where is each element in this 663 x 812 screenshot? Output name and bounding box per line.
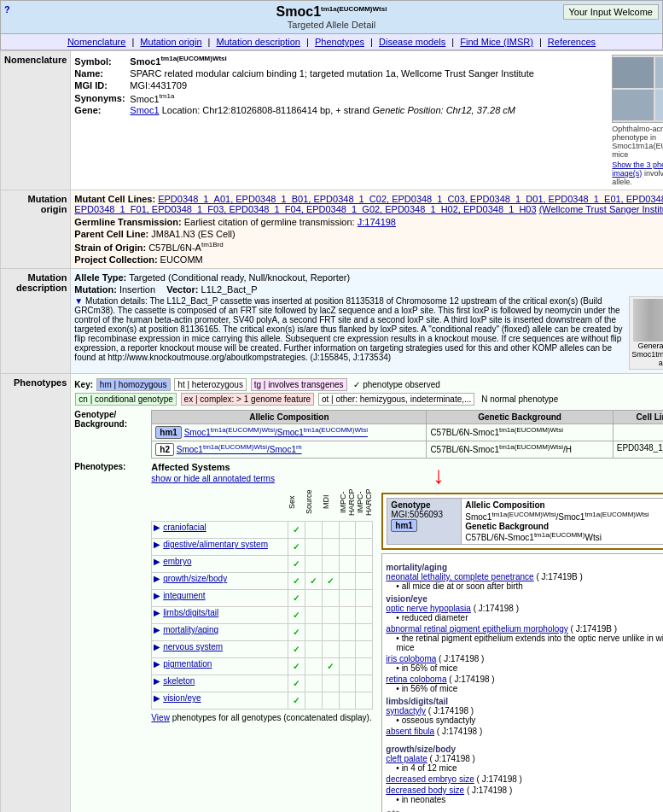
cleft-palate-bullet: • in 4 of 12 mice	[396, 763, 663, 773]
decreased-body-term: decreased body size ( J:174198 )	[386, 786, 663, 795]
pigmentation-link[interactable]: pigmentation	[163, 659, 212, 669]
iris-link[interactable]: iris coloboma	[386, 654, 436, 663]
nav-nomenclature[interactable]: Nomenclature	[67, 37, 125, 47]
growth-link[interactable]: growth/size/body	[163, 574, 227, 583]
phenotypes-section: Phenotypes Key: hm | homozygous ht | het…	[1, 373, 664, 812]
neonatal-link[interactable]: neonatal lethality, complete penetrance	[386, 572, 533, 581]
mgi-value: MGI:4431709	[130, 80, 607, 91]
nervous-link[interactable]: nervous system	[163, 642, 223, 651]
absent-fibula-link[interactable]: absent fibula	[386, 727, 434, 736]
hm1-allele-link[interactable]: Smoc1tm1a(EUCOMM)Wtsi/Smoc1tm1a(EUCOMM)W…	[184, 428, 368, 437]
iris-bullet: • in 56% of mice	[396, 663, 663, 673]
digestive-link[interactable]: digestive/alimentary system	[163, 540, 268, 549]
absent-fibula-term: absent fibula ( J:174198 )	[386, 727, 663, 736]
key-tg: tg | involves transgenes	[251, 378, 347, 391]
craniofacial-link[interactable]: craniofacial	[163, 523, 206, 532]
column-headers: Sex Source MDI IMPC-HARCP IMPC-HARCP	[151, 485, 373, 519]
mutant-cell-lines-label: Mutant Cell Lines:	[74, 194, 155, 204]
nav-phenotypes[interactable]: Phenotypes	[315, 37, 364, 47]
mutation-origin-label: Mutationorigin	[1, 190, 71, 269]
genotype-background-label: Genotype/Background:	[74, 410, 151, 459]
popup-allelic-comp: Allelic Composition Smoc1tm1a(EUCOMM)Wts…	[462, 499, 663, 545]
gene-link[interactable]: Smoc1	[130, 105, 159, 115]
generation-image: Generation of the Smoc1tm1a(EUCOMM)Wtsi …	[629, 296, 663, 370]
allele-type-label: Allele Type:	[74, 272, 126, 283]
popup-table: GenotypeMGI:5056093hm1 Allelic Compositi…	[387, 498, 663, 545]
user-input-badge: Your Input Welcome	[563, 4, 659, 20]
nav-mutation-description[interactable]: Mutation description	[217, 37, 300, 47]
parent-cell-value: JM8A1.N3 (ES Cell)	[151, 229, 235, 239]
system-row-digestive: ▶ digestive/alimentary system ✓	[152, 539, 373, 556]
view-link[interactable]: View	[151, 713, 170, 722]
phenotype-right-panel: ↓ GenotypeMGI:5056093hm1 Allelic Composi…	[381, 462, 663, 812]
system-row-skeleton: ▶ skeleton ✓	[152, 675, 373, 692]
phenotypes-section-label: Phenotypes:	[74, 462, 151, 812]
integument-link[interactable]: integument	[163, 591, 205, 600]
skeleton-link[interactable]: skeleton	[163, 676, 195, 686]
h2-allele-link[interactable]: Smoc1tm1a(EUCOMM)Wtsi/Smoc1m	[177, 445, 302, 454]
show-images-link[interactable]: Show the 3 phenotype image(s) involving …	[612, 161, 663, 186]
genotype-table: Allelic Composition Genetic Background C…	[151, 410, 663, 459]
synonyms-label: Synonyms:	[74, 93, 130, 103]
mortality-link[interactable]: mortality/aging	[163, 625, 218, 634]
vector-value: L1L2_Bact_P	[201, 284, 258, 295]
genetic-bg-header: Genetic Background	[427, 410, 613, 424]
retina-link[interactable]: retina coloboma	[386, 675, 446, 684]
decreased-body-bullet: • in neonates	[396, 795, 663, 804]
system-row-growth: ▶ growth/size/body ✓ ✓ ✓	[152, 573, 373, 590]
sanger-link[interactable]: (Wellcome Trust Sanger Institute)	[539, 204, 663, 214]
vision-system: vision/eye	[386, 594, 663, 604]
system-row-limbs: ▶ limbs/digits/tail ✓	[152, 607, 373, 624]
vision-link[interactable]: vision/eye	[163, 693, 201, 703]
phenotype-image-caption: Ophthalmo-acromelic-like phenotype in Sm…	[612, 125, 663, 159]
project-value: EUCOMM	[160, 254, 203, 265]
h2-badge[interactable]: h2	[155, 443, 174, 456]
germline-ref[interactable]: J:174198	[358, 217, 396, 227]
nav-find-mice[interactable]: Find Mice (IMSR)	[460, 37, 533, 47]
mutation-description-label: Mutationdescription	[1, 268, 71, 373]
syndactyly-term: syndactyly ( J:174198 )	[386, 706, 663, 716]
key-cn: cn | conditional genotype	[75, 393, 176, 406]
page-subtitle: Targeted Allele Detail	[4, 20, 659, 30]
affected-systems-table: ▶ craniofacial ✓ ▶ digestive/alimentary …	[151, 521, 373, 710]
show-hide-link[interactable]: show or hide all annotated terms	[151, 474, 275, 483]
abnormal-bullet: • the retinal pigment epithelium extends…	[396, 634, 663, 652]
decreased-body-link[interactable]: decreased body size	[386, 786, 464, 795]
navigation-bar: Nomenclature | Mutation origin | Mutatio…	[0, 34, 663, 50]
h2-cell-line: EPD0348_1_C03	[613, 441, 663, 458]
sex-label: Sex	[288, 485, 305, 519]
nomenclature-label: Nomenclature	[1, 51, 71, 190]
cleft-palate-link[interactable]: cleft palate	[386, 754, 427, 763]
nav-disease-models[interactable]: Disease models	[379, 37, 445, 47]
limbs-link[interactable]: limbs/digits/tail	[163, 608, 218, 617]
mutation-origin-content: Mutant Cell Lines: EPD0348_1_A01, EPD034…	[71, 190, 663, 269]
key-label: Key:	[74, 380, 93, 389]
strain-value: C57BL/6N-Atm1Brd	[148, 242, 224, 253]
key-hm: hm | homozygous	[96, 378, 171, 391]
hm1-badge[interactable]: hm1	[155, 426, 182, 439]
mutant-cell-lines-value: EPD0348_1_A01, EPD0348_1_B01, EPD0348_1_…	[74, 194, 663, 214]
system-row-embryo: ▶ embryo ✓	[152, 556, 373, 573]
decreased-embryo-term: decreased embryo size ( J:174198 )	[386, 774, 663, 784]
mutation-description-content: Allele Type: Targeted (Conditional ready…	[71, 268, 663, 373]
mutation-value: Insertion	[119, 284, 155, 295]
optic-nerve-term: optic nerve hypoplasia ( J:174198 )	[386, 604, 663, 613]
optic-bullet: • reduced diameter	[396, 613, 663, 622]
optic-link[interactable]: optic nerve hypoplasia	[386, 604, 471, 613]
allelic-comp-header: Allelic Composition	[152, 410, 427, 424]
abnormal-retinal-term: abnormal retinal pigment epithelium morp…	[386, 624, 663, 634]
help-icon[interactable]: ?	[4, 4, 10, 15]
neonatal-bullet: • all mice die at or soon after birth	[396, 581, 663, 591]
nav-mutation-origin[interactable]: Mutation origin	[140, 37, 201, 47]
embryo-link[interactable]: embryo	[163, 557, 191, 566]
syndactyly-link[interactable]: syndactyly	[386, 706, 426, 716]
abnormal-link[interactable]: abnormal retinal pigment epithelium morp…	[386, 624, 567, 634]
phenotypes-affected: Phenotypes: Affected Systems show or hid…	[74, 462, 663, 812]
germline-label: Germline Transmission:	[74, 217, 181, 227]
h2-genetic-bg: C57BL/6N-Smoc1tm1a(EUCOMM)Wtsi/H	[427, 441, 613, 458]
name-label: Name:	[74, 68, 130, 79]
nav-references[interactable]: References	[548, 37, 596, 47]
iris-coloboma-term: iris coloboma ( J:174198 )	[386, 654, 663, 663]
hm1-genotype-row: hm1 Smoc1tm1a(EUCOMM)Wtsi/Smoc1tm1a(EUCO…	[152, 424, 663, 441]
decreased-embryo-link[interactable]: decreased embryo size	[386, 774, 474, 784]
